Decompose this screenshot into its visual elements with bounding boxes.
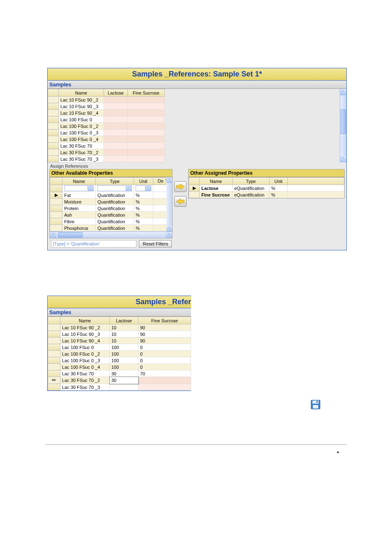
cell-fine-sucrose[interactable] bbox=[128, 136, 165, 143]
table-row[interactable]: Lac 100 FSuc 0 _41000 bbox=[48, 364, 191, 370]
scroll-down-icon[interactable]: ˅ bbox=[340, 156, 346, 162]
cell-name[interactable]: Lac 10 FSuc 90 _4 bbox=[60, 338, 110, 344]
table-row[interactable]: Lac 100 FSuc 0 _21000 bbox=[48, 351, 191, 357]
cell-type[interactable]: eQuantification bbox=[233, 185, 270, 192]
cell-name[interactable]: Moisture bbox=[62, 199, 96, 205]
cell-unit[interactable]: % bbox=[270, 185, 288, 192]
cell-lactose[interactable] bbox=[104, 136, 128, 143]
table-row[interactable]: Lac 100 FSuc 01000 bbox=[48, 344, 191, 351]
cell-name[interactable]: Fat bbox=[62, 192, 96, 199]
col-lactose[interactable]: Lactose bbox=[110, 317, 138, 324]
cell-fine-sucrose[interactable] bbox=[138, 377, 191, 384]
table-row[interactable]: Lac 30 FSuc 70 _2 bbox=[48, 149, 165, 156]
cell-name[interactable]: Fine Sucrose bbox=[200, 192, 233, 198]
cell-name[interactable]: Lac 100 FSuc 0 _4 bbox=[60, 364, 110, 370]
cell-lactose[interactable]: 30 bbox=[110, 370, 138, 377]
table-row[interactable]: Lac 100 FSuc 0 _3 bbox=[48, 130, 165, 136]
cell-name[interactable]: Lac 100 FSuc 0 _2 bbox=[60, 351, 110, 357]
cell-name[interactable]: Lac 10 FSuc 90 _4 bbox=[59, 110, 104, 116]
available-properties-table[interactable]: Name Type Unit De ˄ ˅ ˅ ˅ bbox=[50, 177, 172, 231]
cell-lactose[interactable]: 100 bbox=[110, 344, 138, 351]
cell-type[interactable]: Quantification bbox=[96, 225, 134, 231]
cell-fine-sucrose[interactable] bbox=[128, 103, 165, 110]
scroll-left-icon[interactable]: ˂ bbox=[50, 232, 56, 238]
table-row[interactable]: Lac 100 FSuc 0 _31000 bbox=[48, 357, 191, 364]
scroll-right-icon[interactable]: ˃ bbox=[166, 232, 172, 238]
table-row[interactable]: ProteinQuantification% bbox=[50, 205, 172, 212]
cell-type[interactable]: Quantification bbox=[96, 192, 134, 199]
cell-fine-sucrose[interactable]: 70 bbox=[138, 370, 191, 377]
cell-lactose[interactable] bbox=[110, 384, 138, 391]
cell-unit[interactable]: % bbox=[134, 212, 153, 218]
cell-name[interactable]: Lac 100 FSuc 0 bbox=[60, 344, 110, 351]
cell-fine-sucrose[interactable] bbox=[128, 110, 165, 116]
available-hscrollbar[interactable]: ˂ ˃ bbox=[50, 231, 172, 238]
cell-name[interactable]: Phosphorus bbox=[62, 225, 96, 231]
scroll-thumb[interactable] bbox=[58, 232, 83, 238]
cell-name[interactable]: Lac 100 FSuc 0 _2 bbox=[59, 123, 104, 130]
cell-name[interactable]: Lac 10 FSuc 90 _3 bbox=[59, 103, 104, 110]
cell-name[interactable]: Lac 10 FSuc 90 _2 bbox=[59, 97, 104, 103]
table-row[interactable]: PhosphorusQuantification% bbox=[50, 225, 172, 231]
table-row[interactable]: Lac 100 FSuc 0 _4 bbox=[48, 136, 165, 143]
samples-vscrollbar[interactable]: ˄ ˅ bbox=[340, 89, 346, 162]
cell-type[interactable]: Quantification bbox=[96, 205, 134, 212]
cell-name[interactable]: Lactose bbox=[200, 185, 233, 192]
table-row[interactable]: Lac 100 FSuc 0 bbox=[48, 116, 165, 123]
cell-unit[interactable]: % bbox=[134, 218, 153, 225]
cell-fine-sucrose[interactable] bbox=[128, 149, 165, 156]
table-row[interactable]: ▶FatQuantification% bbox=[50, 192, 172, 199]
table-row[interactable]: Lac 10 FSuc 90 _4 bbox=[48, 110, 165, 116]
table-row[interactable]: Lac 30 FSuc 703070 bbox=[48, 370, 191, 377]
cell-type[interactable]: Quantification bbox=[96, 218, 134, 225]
scroll-up-icon[interactable]: ˄ bbox=[166, 177, 172, 183]
cell-unit[interactable]: % bbox=[134, 225, 153, 231]
table-row[interactable]: ▶LactoseeQuantification% bbox=[189, 185, 344, 192]
scroll-thumb[interactable] bbox=[341, 109, 346, 134]
cell-fine-sucrose[interactable]: 0 bbox=[138, 351, 191, 357]
cell-fine-sucrose[interactable] bbox=[138, 384, 191, 391]
cell-name[interactable]: Lac 30 FSuc 70 _3 bbox=[60, 384, 110, 391]
cell-fine-sucrose[interactable] bbox=[128, 143, 165, 149]
filter-expression[interactable]: [Type] = 'Quantification' bbox=[51, 240, 136, 247]
cell-fine-sucrose[interactable] bbox=[128, 116, 165, 123]
table-row[interactable]: Fine SucroseeQuantification% bbox=[189, 192, 344, 198]
table-row[interactable]: AshQuantification% bbox=[50, 212, 172, 218]
cell-fine-sucrose[interactable]: 0 bbox=[138, 357, 191, 364]
filter-name-dropdown[interactable]: ˅ bbox=[64, 185, 94, 191]
filter-unit-dropdown[interactable]: ˅ bbox=[136, 185, 151, 191]
cell-lactose[interactable]: 10 bbox=[110, 324, 138, 331]
table-row[interactable]: FibreQuantification% bbox=[50, 218, 172, 225]
cell-unit[interactable]: % bbox=[270, 192, 288, 198]
col-fine-sucrose[interactable]: Fine Sucrose bbox=[138, 317, 191, 324]
cell-lactose[interactable]: 100 bbox=[110, 357, 138, 364]
cell-unit[interactable]: % bbox=[134, 205, 153, 212]
reset-filters-button[interactable]: Reset Filters bbox=[139, 240, 172, 247]
cell-name[interactable]: Ash bbox=[62, 212, 96, 218]
cell-fine-sucrose[interactable]: 90 bbox=[138, 331, 191, 338]
col-unit[interactable]: Unit bbox=[270, 178, 288, 185]
cell-name[interactable]: Protein bbox=[62, 205, 96, 212]
cell-fine-sucrose[interactable]: 90 bbox=[138, 324, 191, 331]
col-de[interactable]: De bbox=[158, 178, 164, 183]
cell-lactose[interactable] bbox=[104, 156, 128, 162]
cell-lactose[interactable] bbox=[104, 123, 128, 130]
cell-lactose[interactable] bbox=[104, 110, 128, 116]
cell-name[interactable]: Lac 10 FSuc 90 _2 bbox=[60, 324, 110, 331]
table-row[interactable]: Lac 100 FSuc 0 _2 bbox=[48, 123, 165, 130]
samples-table-2[interactable]: Name Lactose Fine Sucrose Lac 10 FSuc 90… bbox=[48, 317, 191, 391]
scroll-down-icon[interactable]: ˅ bbox=[166, 226, 172, 231]
col-name[interactable]: Name bbox=[60, 317, 110, 324]
cell-type[interactable]: Quantification bbox=[96, 199, 134, 205]
cell-lactose[interactable]: 10 bbox=[110, 338, 138, 344]
table-row[interactable]: Lac 10 FSuc 90 _2 bbox=[48, 97, 165, 103]
cell-lactose-editing[interactable]: 30 bbox=[110, 377, 138, 384]
unassign-left-button[interactable] bbox=[174, 196, 187, 207]
col-fine-sucrose[interactable]: Fine Sucrose bbox=[128, 89, 165, 97]
save-button[interactable] bbox=[310, 399, 321, 411]
table-row[interactable]: Lac 10 FSuc 90 _3 bbox=[48, 103, 165, 110]
cell-name[interactable]: Lac 100 FSuc 0 bbox=[59, 116, 104, 123]
filter-type-dropdown[interactable]: ˅ bbox=[97, 185, 132, 191]
cell-lactose[interactable] bbox=[104, 116, 128, 123]
cell-name[interactable]: Lac 30 FSuc 70 _2 bbox=[59, 149, 104, 156]
